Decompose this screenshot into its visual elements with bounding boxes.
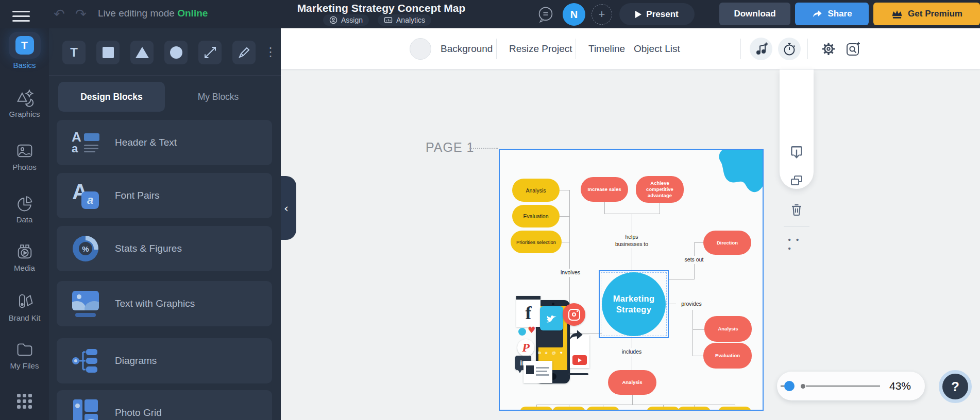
circle-tool-button[interactable] <box>164 41 188 64</box>
center-node-line: Strategy <box>616 304 651 315</box>
present-button[interactable]: Present <box>619 3 695 25</box>
folder-icon <box>15 340 35 359</box>
sidebar-item-media[interactable]: Media <box>0 242 49 272</box>
block-photo-grid[interactable]: Photo Grid <box>57 390 272 420</box>
block-text-with-graphics[interactable]: Text with Graphics <box>57 281 272 326</box>
analytics-chart-icon <box>384 16 393 24</box>
map-node-red[interactable]: Analysis <box>608 370 656 395</box>
tab-design-blocks[interactable]: Design Blocks <box>58 82 165 112</box>
map-node-yellow[interactable]: Evaluation <box>512 205 560 227</box>
map-node-yellow-cut[interactable] <box>586 407 619 411</box>
connector-line <box>604 202 605 214</box>
map-node-red[interactable]: Evaluation <box>703 343 752 369</box>
sidebar-item-label: Data <box>0 215 49 224</box>
map-node-center[interactable]: Marketing Strategy <box>602 272 666 336</box>
canvas-area[interactable]: PAGE 1 <box>281 69 980 420</box>
zoom-slider-track[interactable] <box>806 386 880 387</box>
preview-search-button[interactable] <box>846 41 861 59</box>
collapse-panel-button[interactable]: ‹ <box>281 176 296 240</box>
triangle-tool-button[interactable] <box>130 41 154 64</box>
help-button[interactable]: ? <box>939 370 972 403</box>
app-window: ↶ ↷ Live editing mode Online Marketing S… <box>0 0 980 420</box>
block-diagrams[interactable]: Diagrams <box>57 338 272 383</box>
page-label[interactable]: PAGE 1 <box>426 140 474 155</box>
map-node-yellow-cut[interactable] <box>647 407 680 411</box>
line-arrow-icon <box>204 46 217 59</box>
corner-blob-shape[interactable] <box>702 149 764 201</box>
map-node-yellow-cut[interactable] <box>552 407 585 411</box>
object-list-button[interactable]: Object List <box>634 28 680 69</box>
download-button[interactable]: Download <box>719 3 790 25</box>
page-label-leader <box>469 148 498 149</box>
more-tools-icon[interactable]: ⋮ <box>264 45 277 59</box>
sidebar-item-basics[interactable]: T Basics <box>0 32 49 69</box>
sidebar-item-label: Brand Kit <box>0 313 49 322</box>
sidebar-item-photos[interactable]: Photos <box>0 141 49 171</box>
map-label-provides[interactable]: provides <box>680 300 703 308</box>
redo-icon[interactable]: ↷ <box>75 7 87 21</box>
canvas-toolbar: Background Resize Project Timeline Objec… <box>281 28 980 69</box>
tab-my-blocks[interactable]: My Blocks <box>165 82 272 112</box>
design-panel: T ⋮ Design Blocks My Blocks A a Header &… <box>49 28 281 420</box>
more-options-icon[interactable]: • • • <box>788 235 805 253</box>
background-color-swatch[interactable] <box>410 38 431 60</box>
block-header-text[interactable]: A a Header & Text <box>57 120 272 165</box>
map-label-helps[interactable]: helps businesses to <box>614 233 650 248</box>
text-tool-button[interactable]: T <box>62 41 86 64</box>
sidebar-item-graphics[interactable]: Graphics <box>0 88 49 118</box>
block-font-pairs[interactable]: Aa Font Pairs <box>57 173 272 218</box>
background-button[interactable]: Background <box>441 28 493 69</box>
pen-icon <box>238 46 251 59</box>
square-tool-button[interactable] <box>96 41 120 64</box>
add-music-button[interactable] <box>750 38 772 60</box>
page-artboard[interactable]: Analysis Evaluation Priorities selection… <box>499 149 764 411</box>
delete-icon[interactable] <box>789 202 804 218</box>
map-node-yellow[interactable]: Priorities selection <box>511 231 562 253</box>
connector-line <box>560 216 570 217</box>
map-label-sets-out[interactable]: sets out <box>683 256 705 264</box>
comments-icon[interactable] <box>536 5 555 24</box>
map-node-red[interactable]: Direction <box>703 231 751 255</box>
top-bar: ↶ ↷ Live editing mode Online Marketing S… <box>0 0 980 28</box>
download-object-icon[interactable] <box>789 145 804 160</box>
sidebar-item-apps[interactable] <box>0 394 49 409</box>
sidebar-item-brand-kit[interactable]: Brand Kit <box>0 292 49 322</box>
map-label-includes[interactable]: includes <box>620 348 644 356</box>
map-node-red[interactable]: Analysis <box>704 316 752 342</box>
toolbar-divider <box>740 39 741 59</box>
hamburger-menu-icon[interactable] <box>12 8 30 25</box>
document-title[interactable]: Marketing Strategy Concept Map <box>278 2 484 14</box>
line-tool-button[interactable] <box>198 41 222 64</box>
assign-label: Assign <box>341 16 363 24</box>
map-node-yellow-cut[interactable] <box>520 407 553 411</box>
toolbar-divider <box>496 39 497 59</box>
duplicate-icon[interactable] <box>789 174 804 188</box>
add-collaborator-button[interactable]: + <box>592 4 612 25</box>
block-stats-figures[interactable]: % Stats & Figures <box>57 226 272 271</box>
resize-project-button[interactable]: Resize Project <box>509 28 572 69</box>
center-node-line: Marketing <box>613 293 655 304</box>
timeline-button[interactable]: Timeline <box>588 28 625 69</box>
share-button[interactable]: Share <box>795 3 869 25</box>
undo-icon[interactable]: ↶ <box>54 7 65 21</box>
percent-glyph: % <box>77 240 94 257</box>
social-media-illustration[interactable]: ⧉#@♥ f ♥ P in <box>515 295 592 387</box>
settings-button[interactable] <box>821 41 836 59</box>
map-node-yellow[interactable]: Analysis <box>512 179 560 202</box>
map-node-yellow-cut[interactable] <box>678 407 711 411</box>
analytics-button[interactable]: Analytics <box>378 14 431 26</box>
assign-button[interactable]: Assign <box>323 14 369 26</box>
sidebar-item-my-files[interactable]: My Files <box>0 340 49 370</box>
map-node-red[interactable]: Achieve competitive advantage <box>636 176 684 203</box>
map-node-red[interactable]: Increase sales <box>581 177 628 202</box>
get-premium-button[interactable]: Get Premium <box>873 3 980 25</box>
zoom-slider-thumb[interactable] <box>784 381 795 391</box>
map-label-involves[interactable]: involves <box>559 269 582 277</box>
timer-button[interactable] <box>778 38 801 60</box>
map-node-yellow-cut[interactable] <box>718 407 751 411</box>
pen-tool-button[interactable] <box>232 41 256 64</box>
user-avatar[interactable]: N <box>563 3 585 26</box>
zoom-default-marker <box>801 384 805 389</box>
sidebar-item-data[interactable]: Data <box>0 194 49 224</box>
sidebar-item-label: Basics <box>0 61 49 69</box>
